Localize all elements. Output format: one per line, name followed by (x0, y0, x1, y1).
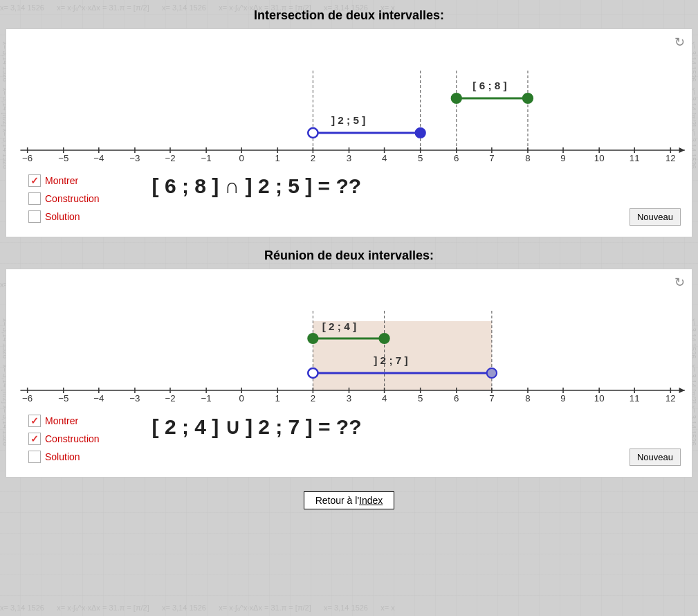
svg-text:−5: −5 (58, 393, 68, 404)
svg-text:7: 7 (489, 393, 494, 404)
svg-text:0: 0 (239, 153, 244, 163)
index-link[interactable]: Index (359, 495, 383, 506)
construction-checkbox-label[interactable]: Construction (28, 192, 100, 205)
svg-text:12: 12 (665, 153, 676, 163)
blue-interval-label: ] 2 ; 5 ] (331, 114, 365, 126)
r-blue-dot-closed (487, 368, 497, 378)
svg-text:2: 2 (311, 393, 315, 404)
svg-text:−4: −4 (93, 393, 104, 404)
r-montrer-label: Montrer (45, 415, 78, 426)
svg-text:−3: −3 (129, 393, 140, 404)
bottom-link-text: Retour à l' (315, 495, 359, 506)
reunion-nouveau-button[interactable]: Nouveau (630, 449, 681, 466)
montrer-checkbox-label[interactable]: ✓ Montrer (28, 174, 100, 187)
svg-text:10: 10 (594, 153, 605, 163)
intersection-checkboxes: ✓ Montrer Construction Solution (17, 167, 111, 230)
r-blue-dot-open (308, 368, 318, 378)
r-construction-label: Construction (45, 433, 100, 444)
svg-text:7: 7 (489, 153, 494, 163)
section2-title: Réunion de deux intervalles: (0, 242, 698, 269)
svg-text:8: 8 (525, 153, 530, 163)
svg-text:2: 2 (311, 153, 315, 163)
r-green-dot-left (308, 334, 318, 343)
svg-text:11: 11 (630, 393, 640, 404)
svg-text:6: 6 (454, 153, 459, 163)
svg-text:−2: −2 (165, 153, 175, 163)
svg-text:−1: −1 (201, 153, 212, 163)
intersection-refresh-icon[interactable]: ↻ (674, 35, 685, 50)
green-dot-left (452, 93, 461, 103)
montrer-checkmark: ✓ (30, 175, 39, 186)
reunion-checkboxes: ✓ Montrer ✓ Construction Solution (17, 408, 111, 470)
bottom-link-area: Retour à l'Index (0, 482, 698, 519)
svg-text:−2: −2 (165, 393, 175, 404)
r-green-label: [ 2 ; 4 ] (322, 320, 356, 332)
intersection-panel: [ 6 ; 8 ] ] 2 ; 5 ] −6 −5 −4 (6, 28, 692, 237)
svg-text:4: 4 (382, 153, 387, 163)
construction-checkbox[interactable] (28, 192, 41, 205)
r-axis-arrow (679, 388, 685, 393)
reunion-number-line: [ 2 ; 4 ] ] 2 ; 7 ] −6 −5 −4 −3 −2 (6, 269, 692, 408)
r-construction-checkbox[interactable]: ✓ (28, 433, 41, 445)
r-montrer-checkbox[interactable]: ✓ (28, 415, 41, 427)
intersection-number-line: [ 6 ; 8 ] ] 2 ; 5 ] −6 −5 −4 (6, 29, 692, 167)
r-solution-checkbox[interactable] (28, 451, 41, 463)
r-construction-checkbox-label[interactable]: ✓ Construction (28, 433, 100, 445)
svg-text:0: 0 (239, 393, 244, 404)
svg-text:8: 8 (525, 393, 530, 404)
svg-text:9: 9 (560, 153, 565, 163)
intersection-svg: [ 6 ; 8 ] ] 2 ; 5 ] −6 −5 −4 (6, 29, 692, 167)
montrer-checkbox[interactable]: ✓ (28, 174, 41, 187)
r-green-dot-right (379, 334, 389, 343)
svg-text:5: 5 (418, 393, 423, 404)
blue-dot-open (308, 128, 318, 138)
green-dot-right (523, 93, 533, 103)
r-solution-label: Solution (45, 451, 80, 462)
svg-text:−3: −3 (129, 153, 140, 163)
axis-arrow (679, 147, 685, 153)
reunion-svg: [ 2 ; 4 ] ] 2 ; 7 ] −6 −5 −4 −3 −2 (6, 269, 692, 408)
svg-text:3: 3 (347, 393, 351, 404)
intersection-nouveau-button[interactable]: Nouveau (630, 208, 681, 226)
svg-text:12: 12 (665, 393, 676, 404)
svg-text:−6: −6 (22, 153, 33, 163)
green-interval-label: [ 6 ; 8 ] (472, 80, 506, 91)
construction-label: Construction (45, 193, 100, 204)
svg-text:1: 1 (275, 393, 280, 404)
svg-text:3: 3 (347, 153, 351, 163)
solution-checkbox[interactable] (28, 210, 41, 223)
intersection-formula: [ 6 ; 8 ] ∩ ] 2 ; 5 ] = ?? (111, 167, 403, 205)
solution-label: Solution (45, 211, 80, 222)
r-montrer-checkmark: ✓ (30, 415, 39, 426)
svg-text:11: 11 (630, 153, 640, 163)
r-montrer-checkbox-label[interactable]: ✓ Montrer (28, 415, 100, 427)
reunion-formula: [ 2 ; 4 ] ∪ ] 2 ; 7 ] = ?? (111, 408, 403, 446)
reunion-refresh-icon[interactable]: ↻ (674, 275, 685, 290)
svg-text:9: 9 (560, 393, 565, 404)
montrer-label: Montrer (45, 175, 78, 186)
blue-dot-closed (416, 128, 425, 138)
solution-checkbox-label[interactable]: Solution (28, 210, 100, 223)
svg-text:10: 10 (594, 393, 605, 404)
r-blue-label: ] 2 ; 7 ] (374, 354, 407, 366)
svg-text:−6: −6 (22, 393, 33, 404)
svg-text:6: 6 (454, 393, 459, 404)
svg-text:1: 1 (275, 153, 280, 163)
section1-title: Intersection de deux intervalles: (0, 0, 698, 28)
svg-text:4: 4 (382, 393, 387, 404)
svg-text:−4: −4 (93, 153, 104, 163)
svg-text:−5: −5 (58, 153, 68, 163)
reunion-panel: [ 2 ; 4 ] ] 2 ; 7 ] −6 −5 −4 −3 −2 (6, 269, 692, 478)
svg-text:−1: −1 (201, 393, 212, 404)
svg-text:5: 5 (418, 153, 423, 163)
r-solution-checkbox-label[interactable]: Solution (28, 451, 100, 463)
r-construction-checkmark: ✓ (30, 433, 39, 444)
